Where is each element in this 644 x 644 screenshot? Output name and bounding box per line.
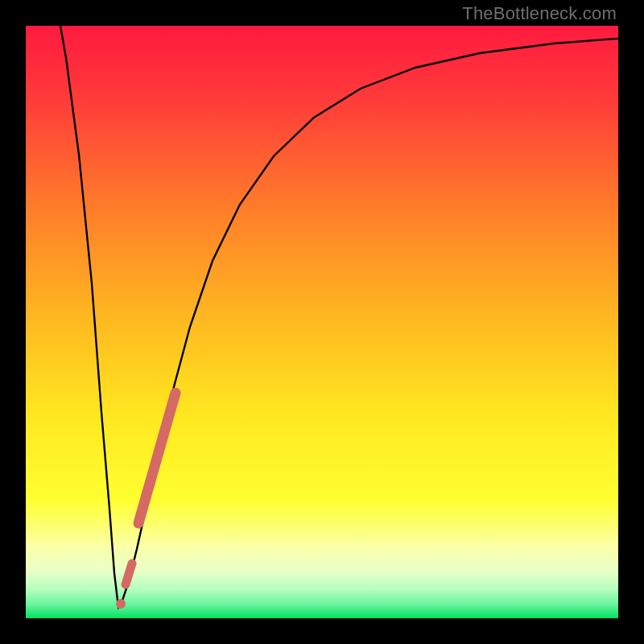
accent-dot [126, 564, 132, 584]
accent-dot-2 [116, 599, 126, 609]
plot-area [26, 26, 618, 618]
watermark-text: TheBottleneck.com [462, 3, 617, 24]
gradient-background [26, 26, 618, 618]
chart-svg [26, 26, 618, 618]
outer-frame: TheBottleneck.com [0, 0, 644, 644]
